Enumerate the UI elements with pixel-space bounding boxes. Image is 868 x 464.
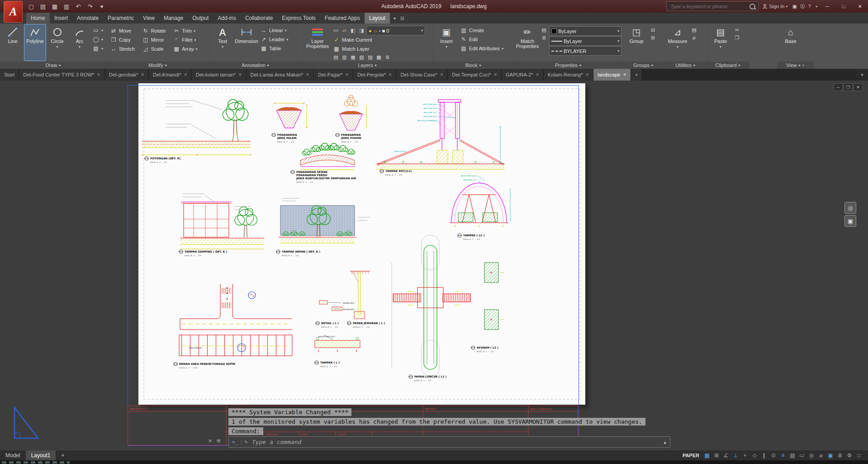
help-caret-icon[interactable]: ▾ — [816, 5, 817, 9]
qat-undo-button[interactable]: ↶ — [73, 1, 83, 11]
selection-cycling-icon[interactable]: ◎ — [807, 450, 816, 460]
edit-attributes-button[interactable]: ▧ Edit Attributes ▾ — [459, 44, 504, 53]
navigation-wheel-icon[interactable]: ◎ — [844, 202, 856, 214]
panel-title-annotation[interactable]: Annotation▾ — [209, 62, 302, 69]
modify-button[interactable]: ↔ Stretch — [109, 44, 138, 53]
draw-small-button[interactable]: ◯ ▾ — [91, 35, 104, 44]
layer-off-icon[interactable]: ◨ — [358, 27, 365, 34]
grid-icon[interactable]: ▦ — [702, 450, 711, 460]
annotation-visibility-icon[interactable]: ⌀ — [816, 450, 825, 460]
ribbon-tab[interactable]: Parametric — [103, 13, 138, 24]
document-tab[interactable]: GAPURA-2* ✕ — [502, 69, 544, 81]
ribbon-tab[interactable]: Manage — [159, 13, 188, 24]
tab-overflow-icon[interactable]: ▾ — [856, 69, 868, 81]
search-icon[interactable] — [749, 4, 755, 10]
document-tab[interactable]: Det-Food Center TYPE 3 ROW* ✕ — [19, 69, 104, 81]
modify-button[interactable]: ❐ Copy — [109, 35, 138, 44]
workspace-icon[interactable]: ⚙ — [845, 450, 854, 460]
layer-tool-1-icon[interactable]: ▤ — [332, 53, 340, 61]
object-color-select[interactable]: ByLayer ▾ — [549, 26, 621, 36]
ribbon-tab[interactable]: Home — [26, 13, 50, 24]
edit-block-button[interactable]: ✎ Edit — [459, 35, 504, 44]
close-tab-icon[interactable]: ✕ — [493, 72, 497, 77]
document-tab[interactable]: Det-Lantai Area Makan* ✕ — [247, 69, 314, 81]
group-edit-icon[interactable]: ⊞ — [649, 34, 657, 41]
layer-isolate-icon[interactable]: ▱ — [341, 27, 348, 34]
quick-calc-icon[interactable]: ▤ — [690, 26, 698, 33]
document-tab[interactable]: Start — [0, 69, 19, 81]
cut-icon[interactable]: ✂ — [733, 26, 741, 33]
search-input[interactable] — [669, 3, 748, 10]
command-input[interactable]: Type a command — [252, 439, 660, 445]
panel-title-draw[interactable]: Draw▾ — [0, 62, 106, 69]
model-tab[interactable]: Model — [0, 450, 26, 460]
id-point-icon[interactable]: ⌀ — [690, 34, 698, 41]
close-tab-icon[interactable]: ✕ — [440, 72, 444, 77]
space-toggle[interactable]: PAPER — [683, 453, 699, 458]
lineweight-icon[interactable]: ▤ — [788, 450, 797, 460]
new-drawing-button[interactable]: + — [631, 69, 642, 81]
ribbon-display-toggle-icon[interactable]: ⊟ — [400, 16, 404, 21]
document-tab[interactable]: Det-Kmandi* ✕ — [149, 69, 192, 81]
panel-title-utilities[interactable]: Utilities▾ — [664, 62, 707, 69]
copy-clip-icon[interactable]: ❐ — [733, 34, 741, 41]
layer-tool-7-icon[interactable]: ≣ — [384, 53, 391, 61]
document-tab[interactable]: Kolam-Renang* ✕ — [544, 69, 593, 81]
paste-button[interactable]: ▤ Paste ▾ — [709, 24, 732, 61]
ortho-icon[interactable]: + — [740, 450, 749, 460]
dynamic-input-icon[interactable]: ⊥ — [731, 450, 740, 460]
polyline-button[interactable]: Polyline — [24, 24, 45, 61]
layer-state-icon[interactable]: ▭ — [332, 27, 340, 34]
base-button[interactable]: ⌂ Base — [779, 24, 802, 61]
signin-button[interactable]: Sign In ▾ — [762, 4, 787, 9]
measure-button[interactable]: ⊿ Measure ▾ — [666, 24, 689, 61]
modify-button[interactable]: ◫ Mirror — [141, 35, 168, 44]
match-properties-button[interactable]: ✏ Match Properties — [516, 24, 539, 61]
document-tab[interactable]: Det-Tempat Cuci* ✕ — [448, 69, 502, 81]
qat-new-button[interactable]: ▢ — [26, 1, 36, 11]
ribbon-tab[interactable]: Insert — [50, 13, 72, 24]
annotation-scale-icon[interactable]: ≣ — [835, 450, 844, 460]
panel-title-modify[interactable]: Modify▾ — [107, 62, 209, 69]
modify-button[interactable]: ⇄ Move — [109, 26, 138, 35]
qat-menu-button[interactable]: ▾ — [97, 1, 107, 11]
text-button[interactable]: A Text ▾ — [211, 24, 234, 61]
close-tab-icon[interactable]: ✕ — [345, 72, 349, 77]
close-tab-icon[interactable]: ✕ — [238, 72, 242, 77]
polar-tracking-icon[interactable]: ◇ — [750, 450, 759, 460]
panel-title-layers[interactable]: Layers▾ — [302, 62, 432, 69]
doc-restore-button[interactable]: ❐ — [844, 83, 853, 91]
layer-tool-4-icon[interactable]: ▧ — [358, 53, 365, 61]
layer-properties-button[interactable]: Layer Properties — [304, 24, 331, 61]
document-tab[interactable]: Det-gerobak* ✕ — [105, 69, 149, 81]
linear-button[interactable]: ↔ Linear ▾ — [259, 26, 289, 35]
isodraft-icon[interactable]: ∥ — [759, 450, 768, 460]
dimension-button[interactable]: Dimension — [235, 24, 258, 61]
stay-connected-icon[interactable]: Ⓐ — [799, 3, 806, 10]
snap-icon[interactable]: ⊞ — [712, 450, 721, 460]
command-expand-icon[interactable]: ▲ — [660, 440, 670, 445]
document-tab[interactable]: Det-Pagar* ✕ — [314, 69, 353, 81]
autoscale-icon[interactable]: ▣ — [826, 450, 835, 460]
layer-tool-5-icon[interactable]: ▨ — [366, 53, 374, 61]
ribbon-tab-caret-icon[interactable]: ▾ — [394, 16, 396, 21]
layout1-tab[interactable]: Layout1 — [26, 450, 56, 460]
ribbon-tab[interactable]: Collaborate — [241, 13, 277, 24]
qat-redo-button[interactable]: ↷ — [85, 1, 95, 11]
group-button[interactable]: ◳ Group — [625, 24, 648, 61]
layer-tool-3-icon[interactable]: ▦ — [349, 53, 357, 61]
app-store-icon[interactable]: ▣ — [791, 4, 797, 10]
document-tab[interactable]: Det-kolam taman* ✕ — [192, 69, 247, 81]
ribbon-tab[interactable]: Featured Apps — [320, 13, 365, 24]
match-layer-button[interactable]: ▩ Match Layer — [332, 45, 425, 53]
ribbon-tab[interactable]: Annotate — [72, 13, 103, 24]
transparency-icon[interactable]: ▭ — [797, 450, 806, 460]
ribbon-tab[interactable]: Output — [188, 13, 213, 24]
new-layout-button[interactable]: + — [56, 450, 70, 460]
drawing-area[interactable]: POTONGAN (DET. K)SKALA 1 : 20PENANAMANJE… — [0, 81, 868, 450]
modify-button[interactable]: ✂ Trim ▾ — [172, 26, 198, 35]
circle-button[interactable]: Circle ▾ — [47, 24, 68, 61]
document-tab[interactable]: landscape ✕ — [593, 69, 631, 81]
layer-tool-2-icon[interactable]: ▥ — [341, 53, 348, 61]
modify-button[interactable]: ◜ Fillet ▾ — [172, 35, 198, 44]
